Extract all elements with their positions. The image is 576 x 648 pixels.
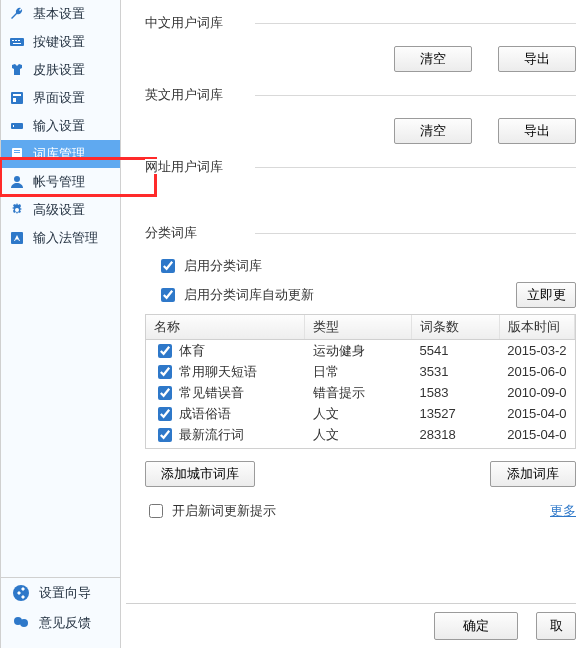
user-icon (9, 174, 25, 190)
feedback-icon (11, 613, 31, 633)
sidebar-item-account[interactable]: 帐号管理 (1, 168, 120, 196)
settings-sidebar: 基本设置 按键设置 皮肤设置 界面设置 输入设置 词库管理 (0, 0, 121, 648)
svg-rect-10 (12, 148, 22, 160)
svg-rect-5 (11, 92, 23, 104)
svg-point-14 (15, 208, 19, 212)
row-checkbox[interactable] (158, 449, 172, 450)
sidebar-item-label: 输入设置 (33, 117, 85, 135)
section-cn-dict: 中文用户词库 清空 导出 (145, 14, 576, 72)
row-count: 3531 (412, 361, 500, 382)
sidebar-feedback-label: 意见反馈 (39, 614, 91, 632)
autoupdate-checkbox[interactable] (161, 288, 175, 302)
th-time[interactable]: 版本时间 (499, 315, 574, 340)
section-en-dict: 英文用户词库 清空 导出 (145, 86, 576, 144)
add-city-dict-button[interactable]: 添加城市词库 (145, 461, 255, 487)
dialog-footer: 确定 取 (126, 603, 576, 648)
row-count: 5541 (412, 340, 500, 362)
row-name: 最新流行词 (179, 426, 244, 444)
row-count: 19914 (412, 445, 500, 449)
table-row[interactable]: 常见错误音错音提示15832010-09-0 (146, 382, 574, 403)
ok-button[interactable]: 确定 (434, 612, 518, 640)
sidebar-item-ime[interactable]: 输入法管理 (1, 224, 120, 252)
row-time: 2010-09-0 (499, 382, 574, 403)
cancel-button[interactable]: 取 (536, 612, 576, 640)
row-checkbox[interactable] (158, 428, 172, 442)
svg-rect-3 (18, 40, 20, 41)
newword-tip-label[interactable]: 开启新词更新提示 (172, 502, 276, 520)
main-panel: 中文用户词库 清空 导出 英文用户词库 清空 导出 网址用户词库 分类词库 启用… (121, 0, 576, 648)
row-type: 运动健身 (305, 340, 412, 362)
section-url-dict: 网址用户词库 (145, 158, 576, 176)
sidebar-wizard-label: 设置向导 (39, 584, 91, 602)
row-checkbox[interactable] (158, 386, 172, 400)
row-name: 体育 (179, 342, 205, 360)
row-time: 2015-04-0 (499, 424, 574, 445)
sidebar-feedback[interactable]: 意见反馈 (1, 608, 120, 638)
row-time: 2015-03-2 (499, 445, 574, 449)
th-count[interactable]: 词条数 (412, 315, 500, 340)
sidebar-item-label: 帐号管理 (33, 173, 85, 191)
table-row[interactable]: 流行歌曲歌音乐199142015-03-2 (146, 445, 574, 449)
wizard-icon (11, 583, 31, 603)
section-category-dict: 分类词库 启用分类词库 启用分类词库自动更新 立即更 名称 类型 (145, 224, 576, 521)
sidebar-item-advanced[interactable]: 高级设置 (1, 196, 120, 224)
update-now-button[interactable]: 立即更 (516, 282, 576, 308)
dict-table-container[interactable]: 名称 类型 词条数 版本时间 体育运动健身55412015-03-2常用聊天短语… (145, 314, 576, 449)
row-count: 1583 (412, 382, 500, 403)
table-row[interactable]: 体育运动健身55412015-03-2 (146, 340, 574, 362)
more-link[interactable]: 更多 (550, 502, 576, 520)
newword-tip-checkbox[interactable] (149, 504, 163, 518)
row-type: 音乐 (305, 445, 412, 449)
row-checkbox[interactable] (158, 365, 172, 379)
table-row[interactable]: 成语俗语人文135272015-04-0 (146, 403, 574, 424)
autoupdate-label[interactable]: 启用分类词库自动更新 (184, 286, 314, 304)
th-name[interactable]: 名称 (146, 315, 304, 340)
row-type: 人文 (305, 424, 412, 445)
th-type[interactable]: 类型 (305, 315, 412, 340)
enable-category-checkbox[interactable] (161, 259, 175, 273)
svg-rect-11 (14, 150, 20, 151)
enable-category-label[interactable]: 启用分类词库 (184, 257, 262, 275)
row-type: 人文 (305, 403, 412, 424)
layout-icon (9, 90, 25, 106)
gear-icon (9, 202, 25, 218)
sidebar-item-label: 输入法管理 (33, 229, 98, 247)
svg-point-18 (20, 619, 28, 627)
row-type: 错音提示 (305, 382, 412, 403)
row-checkbox[interactable] (158, 407, 172, 421)
cn-clear-button[interactable]: 清空 (394, 46, 472, 72)
en-clear-button[interactable]: 清空 (394, 118, 472, 144)
svg-rect-1 (12, 40, 14, 41)
cn-export-button[interactable]: 导出 (498, 46, 576, 72)
table-row[interactable]: 常用聊天短语日常35312015-06-0 (146, 361, 574, 382)
row-time: 2015-06-0 (499, 361, 574, 382)
sidebar-wizard[interactable]: 设置向导 (1, 578, 120, 608)
sidebar-item-label: 高级设置 (33, 201, 85, 219)
shirt-icon (9, 62, 25, 78)
table-row[interactable]: 最新流行词人文283182015-04-0 (146, 424, 574, 445)
keyboard-icon (9, 34, 25, 50)
row-time: 2015-03-2 (499, 340, 574, 362)
svg-rect-9 (13, 125, 14, 127)
sidebar-item-dictionary[interactable]: 词库管理 (1, 140, 120, 168)
sidebar-item-skin[interactable]: 皮肤设置 (1, 56, 120, 84)
sidebar-item-label: 界面设置 (33, 89, 85, 107)
ime-icon (9, 230, 25, 246)
sidebar-item-keys[interactable]: 按键设置 (1, 28, 120, 56)
sidebar-item-layout[interactable]: 界面设置 (1, 84, 120, 112)
row-name: 常用聊天短语 (179, 363, 257, 381)
row-count: 13527 (412, 403, 500, 424)
svg-rect-0 (10, 38, 24, 46)
svg-rect-6 (13, 94, 21, 96)
sidebar-item-basic[interactable]: 基本设置 (1, 0, 120, 28)
sidebar-item-input[interactable]: 输入设置 (1, 112, 120, 140)
svg-rect-12 (14, 152, 20, 153)
dict-table: 名称 类型 词条数 版本时间 体育运动健身55412015-03-2常用聊天短语… (146, 315, 575, 449)
svg-rect-4 (13, 43, 21, 44)
add-dict-button[interactable]: 添加词库 (490, 461, 576, 487)
row-name: 成语俗语 (179, 405, 231, 423)
row-checkbox[interactable] (158, 344, 172, 358)
en-export-button[interactable]: 导出 (498, 118, 576, 144)
input-icon (9, 118, 25, 134)
svg-rect-7 (13, 98, 16, 102)
